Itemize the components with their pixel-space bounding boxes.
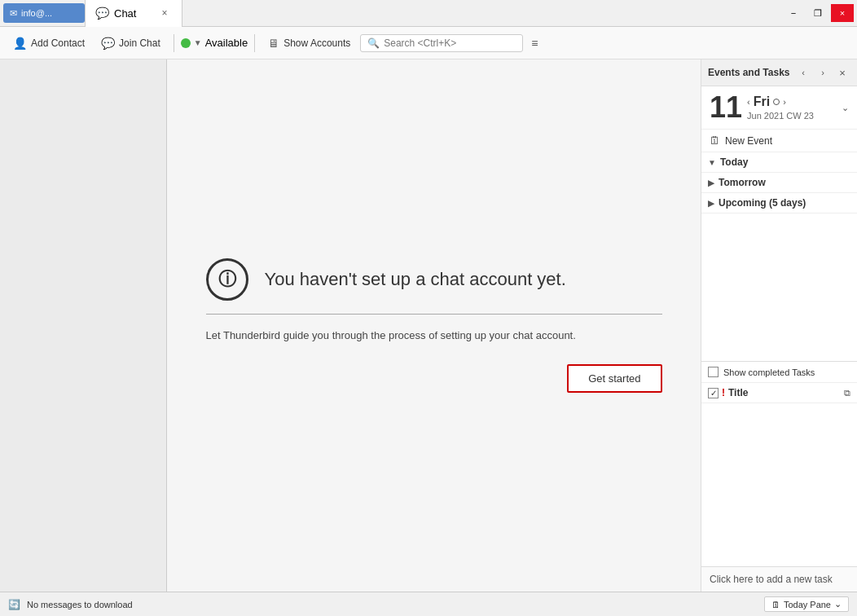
today-expand-icon: ▼ <box>708 158 716 167</box>
tomorrow-label: Tomorrow <box>719 177 766 188</box>
chat-setup-description: Let Thunderbird guide you through the pr… <box>206 328 662 345</box>
show-accounts-button[interactable]: 🖥 Show Accounts <box>261 33 357 53</box>
chat-setup-divider <box>206 314 662 315</box>
today-label: Today <box>720 156 748 168</box>
events-list: ▼ Today ▶ Tomorrow ▶ Upcoming (5 days) <box>701 152 857 361</box>
get-started-wrapper: Get started <box>206 364 662 393</box>
upcoming-group-header[interactable]: ▶ Upcoming (5 days) <box>701 193 857 213</box>
account-label: info@... <box>21 8 52 18</box>
toolbar-separator-2 <box>254 34 255 52</box>
status-bar-icon: 🔄 <box>8 599 20 610</box>
events-prev-button[interactable]: ‹ <box>795 64 811 81</box>
join-chat-icon: 💬 <box>101 37 115 50</box>
status-bar-text: No messages to download <box>27 600 758 609</box>
calendar-expand-button[interactable]: ⌄ <box>842 103 849 113</box>
tasks-title-header: Title <box>728 387 841 398</box>
chat-setup-container: ⓘ You haven't set up a chat account yet.… <box>206 258 662 393</box>
tomorrow-expand-icon: ▶ <box>708 178 714 187</box>
new-event-label: New Event <box>725 135 772 147</box>
show-completed-label: Show completed Tasks <box>723 367 815 377</box>
calendar-day-info: ‹ Fri › Jun 2021 CW 23 <box>747 95 814 121</box>
calendar-day-name: Fri <box>754 95 770 109</box>
today-pane-arrow-icon: ⌄ <box>834 599 842 609</box>
join-chat-button[interactable]: 💬 Join Chat <box>94 33 167 53</box>
chat-tab-close[interactable]: × <box>157 6 172 20</box>
today-pane-button[interactable]: 🗓 Today Pane ⌄ <box>764 596 849 612</box>
upcoming-expand-icon: ▶ <box>708 199 714 208</box>
tasks-checkbox-header[interactable]: ✓ <box>708 388 719 398</box>
hamburger-button[interactable]: ≡ <box>526 33 543 53</box>
status-label: Available <box>205 37 248 49</box>
chat-tab-label: Chat <box>114 7 136 20</box>
add-contact-label: Add Contact <box>31 37 85 49</box>
chat-setup-title: You haven't set up a chat account yet. <box>265 269 566 290</box>
left-sidebar <box>0 59 167 592</box>
close-button[interactable]: × <box>831 4 854 22</box>
add-contact-button[interactable]: 👤 Add Contact <box>7 33 91 53</box>
window-controls: − ❐ × <box>782 4 857 22</box>
calendar-date-row: 11 ‹ Fri › Jun 2021 CW 23 ⌄ <box>701 86 857 130</box>
today-group-header[interactable]: ▼ Today <box>701 152 857 172</box>
account-icon: ✉ <box>10 8 17 19</box>
right-panel: Events and Tasks ‹ › × 11 ‹ Fri › Jun 20… <box>701 59 857 592</box>
upcoming-label: Upcoming (5 days) <box>719 197 806 209</box>
tasks-expand-icon[interactable]: ⧉ <box>844 388 850 398</box>
status-dot <box>181 38 191 48</box>
search-box[interactable]: 🔍 <box>360 34 523 52</box>
today-pane-icon: 🗓 <box>771 600 780 609</box>
tomorrow-group: ▶ Tomorrow <box>701 173 857 193</box>
show-accounts-label: Show Accounts <box>283 37 350 49</box>
tasks-header-row: ✓ ! Title ⧉ <box>701 383 857 403</box>
restore-button[interactable]: ❐ <box>806 4 829 22</box>
toolbar: 👤 Add Contact 💬 Join Chat ▼ Available 🖥 … <box>0 27 857 59</box>
status-arrow-icon: ▼ <box>194 38 202 47</box>
add-new-task-button[interactable]: Click here to add a new task <box>701 566 857 592</box>
toolbar-separator-1 <box>174 34 174 52</box>
title-bar-left: ✉ info@... 💬 Chat × <box>0 0 782 27</box>
tomorrow-group-header[interactable]: ▶ Tomorrow <box>701 173 857 192</box>
title-bar: ✉ info@... 💬 Chat × − ❐ × <box>0 0 857 27</box>
status-bar: 🔄 No messages to download 🗓 Today Pane ⌄ <box>0 592 857 616</box>
new-event-icon: 🗓 <box>710 134 720 147</box>
today-pane-label: Today Pane <box>784 600 831 609</box>
status-indicator[interactable]: ▼ Available <box>181 37 248 49</box>
tasks-section: Show completed Tasks ✓ ! Title ⧉ Click h… <box>701 361 857 592</box>
calendar-today-dot[interactable] <box>773 99 780 105</box>
main-layout: ⓘ You haven't set up a chat account yet.… <box>0 59 857 592</box>
events-header: Events and Tasks ‹ › × <box>701 59 857 86</box>
search-icon: 🔍 <box>367 37 380 49</box>
calendar-month-cw: Jun 2021 CW 23 <box>747 111 814 121</box>
chat-tab[interactable]: 💬 Chat × <box>85 0 182 27</box>
chat-setup-header: ⓘ You haven't set up a chat account yet. <box>206 258 662 301</box>
chat-area: ⓘ You haven't set up a chat account yet.… <box>167 59 701 592</box>
tasks-priority-header: ! <box>722 387 725 398</box>
search-input[interactable] <box>384 37 516 49</box>
calendar-day-number: 11 <box>710 93 742 122</box>
new-event-button[interactable]: 🗓 New Event <box>701 130 857 152</box>
chat-tab-icon: 💬 <box>95 7 109 20</box>
add-contact-icon: 👤 <box>13 37 27 50</box>
events-close-button[interactable]: × <box>834 64 850 81</box>
events-title: Events and Tasks <box>708 67 792 78</box>
tasks-empty-area <box>701 403 857 566</box>
account-button[interactable]: ✉ info@... <box>3 3 85 23</box>
info-circle-icon: ⓘ <box>206 258 248 301</box>
events-next-button[interactable]: › <box>815 64 831 81</box>
join-chat-label: Join Chat <box>119 37 160 49</box>
upcoming-group: ▶ Upcoming (5 days) <box>701 193 857 213</box>
show-accounts-icon: 🖥 <box>268 37 279 50</box>
show-completed-checkbox[interactable] <box>708 367 719 377</box>
today-group: ▼ Today <box>701 152 857 173</box>
calendar-prev-button[interactable]: ‹ <box>747 97 750 107</box>
get-started-button[interactable]: Get started <box>567 364 661 393</box>
calendar-next-button[interactable]: › <box>783 97 786 107</box>
minimize-button[interactable]: − <box>782 4 805 22</box>
show-completed-row: Show completed Tasks <box>701 362 857 383</box>
calendar-day-name-row: ‹ Fri › <box>747 95 814 109</box>
